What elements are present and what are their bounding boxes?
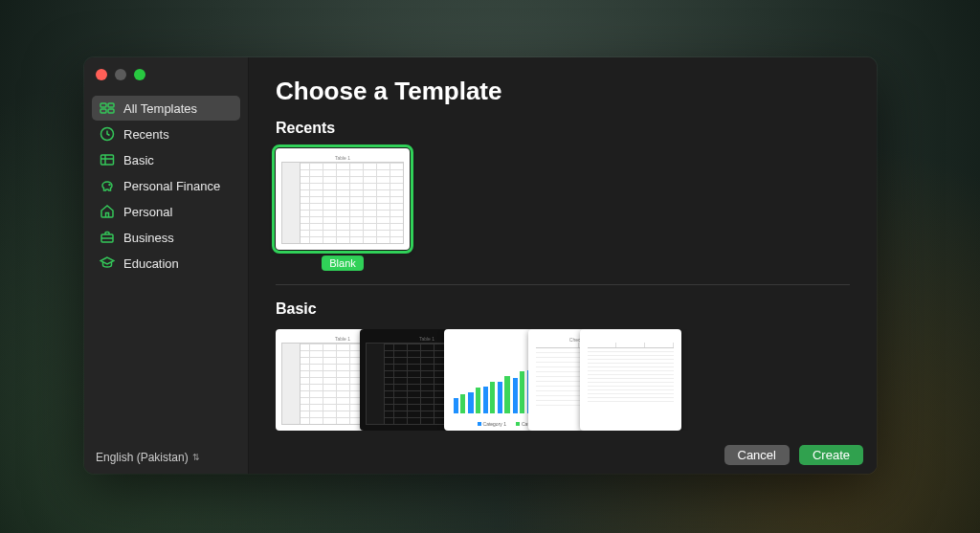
updown-icon: ⇅ <box>192 453 200 462</box>
sidebar: All Templates Recents Basic Personal Fin… <box>84 57 249 474</box>
template-card-blank-black[interactable]: Table 1 <box>360 329 427 431</box>
sidebar-nav: All Templates Recents Basic Personal Fin… <box>84 96 248 441</box>
close-icon[interactable] <box>96 69 107 80</box>
sidebar-item-label: Business <box>123 231 174 245</box>
template-card-blank[interactable]: Table 1 <box>276 329 343 431</box>
zoom-icon[interactable] <box>134 69 145 80</box>
grid-icon <box>100 100 115 116</box>
svg-rect-2 <box>100 109 106 113</box>
sidebar-item-personal-finance[interactable]: Personal Finance <box>92 173 240 198</box>
template-card-checklist-total[interactable] <box>580 329 595 431</box>
page-title: Choose a Template <box>276 77 850 106</box>
gradcap-icon <box>100 255 115 271</box>
sidebar-item-business[interactable]: Business <box>92 225 240 250</box>
sidebar-item-label: Education <box>123 256 179 271</box>
svg-rect-1 <box>108 103 114 107</box>
svg-rect-0 <box>100 103 106 107</box>
sidebar-item-recents[interactable]: Recents <box>92 122 240 146</box>
section-divider <box>276 284 850 285</box>
sidebar-item-education[interactable]: Education <box>92 251 240 276</box>
language-selector[interactable]: English (Pakistan) ⇅ <box>84 441 248 474</box>
home-icon <box>100 204 115 219</box>
briefcase-icon <box>100 230 115 245</box>
template-card-charting-basics[interactable]: Category 1Category 2 <box>444 329 511 431</box>
templates-row-basic: Table 1 Table 1 Category 1Category 2 <box>276 329 850 431</box>
cancel-button[interactable]: Cancel <box>724 445 790 465</box>
template-card-blank[interactable]: Table 1 Blank <box>276 148 410 271</box>
section-heading-recents: Recents <box>276 120 850 137</box>
window-controls <box>84 57 248 96</box>
main-content: Choose a Template Recents Table 1 Blank … <box>249 57 877 474</box>
content-scroll[interactable]: Choose a Template Recents Table 1 Blank … <box>249 57 877 474</box>
sidebar-item-personal[interactable]: Personal <box>92 199 240 224</box>
section-heading-basic: Basic <box>276 300 850 318</box>
sidebar-item-label: All Templates <box>123 101 197 116</box>
clock-icon <box>100 126 115 142</box>
sidebar-item-label: Personal Finance <box>123 179 220 193</box>
svg-rect-3 <box>108 109 114 113</box>
sidebar-item-label: Personal <box>123 205 172 219</box>
template-label: Blank <box>322 255 364 271</box>
svg-point-6 <box>109 185 110 186</box>
footer: Cancel Create <box>249 435 877 474</box>
sidebar-item-all-templates[interactable]: All Templates <box>92 96 240 121</box>
sidebar-item-label: Basic <box>123 153 154 167</box>
language-label: English (Pakistan) <box>96 451 189 464</box>
templates-row-recents: Table 1 Blank <box>276 148 850 271</box>
template-card-checklist[interactable]: Checklist <box>528 329 563 431</box>
create-button[interactable]: Create <box>799 445 863 465</box>
sidebar-item-label: Recents <box>123 127 169 142</box>
template-thumb: Table 1 <box>276 148 410 250</box>
minimize-icon[interactable] <box>115 69 126 80</box>
piggy-icon <box>100 178 115 193</box>
template-chooser-window: All Templates Recents Basic Personal Fin… <box>84 57 877 474</box>
table-icon <box>100 152 115 167</box>
template-thumb <box>580 329 681 431</box>
sidebar-item-basic[interactable]: Basic <box>92 147 240 172</box>
svg-rect-5 <box>101 155 114 165</box>
